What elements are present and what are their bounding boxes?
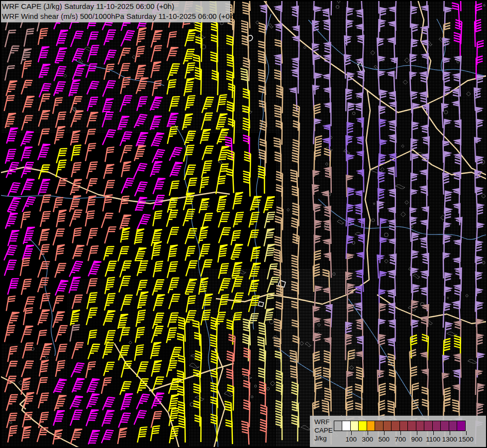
wind-barb [104,245,114,262]
wind-barb [249,261,261,281]
terrain-contour [305,342,311,347]
wind-barb [21,79,33,97]
wind-barb [87,111,98,129]
wind-barb [356,103,362,127]
legend-label-line: J/kg [314,435,333,443]
terrain-contour [333,273,335,275]
wind-barb [168,244,178,263]
wind-barb [38,276,49,294]
wind-barb [201,309,211,327]
wind-barb [219,226,231,245]
legend-tick [466,431,467,435]
wind-barb [102,111,113,129]
wind-barb [314,250,321,276]
wind-barb [185,28,196,48]
wind-barb [240,68,248,95]
terrain-contour [395,185,405,189]
wind-barb [23,95,35,114]
terrain-contour [267,387,270,390]
wind-barb [118,114,129,132]
river [0,195,175,201]
wind-barb [170,146,183,164]
wind-barb [445,323,452,344]
wind-barb [54,394,66,413]
wind-barb [168,276,179,295]
legend-label-line: WRF [314,418,333,427]
wind-barb [153,311,164,331]
wind-barb [39,359,49,377]
legend-tick [433,431,434,435]
terrain-contour [287,209,290,212]
wind-barb [71,427,82,446]
wind-barb [6,79,17,98]
wind-barb [454,204,460,225]
wind-barb [135,344,144,362]
wind-barb [169,407,179,427]
wind-barb [70,208,82,228]
wind-barb [104,225,116,245]
wind-barb [71,309,80,327]
wind-barb [211,70,218,95]
wind-barb [71,144,81,162]
wind-barb [38,392,49,410]
wind-barb [21,359,34,379]
wind-barb [86,142,96,162]
wind-barb [121,176,134,196]
wind-barb [152,375,164,394]
wind-barb [151,359,162,378]
wind-barb [150,95,163,113]
terrain-contour [255,385,257,387]
wind-barb [137,95,148,112]
wind-barb [56,28,68,48]
wind-barb [198,225,208,244]
wind-barb [137,426,147,444]
wind-barb [105,146,114,163]
terrain-contour [270,381,275,386]
wind-barb [73,227,82,244]
wind-barb [151,425,160,442]
wind-barb [56,209,66,228]
wind-barb [121,293,133,313]
wind-barb [357,136,363,160]
wind-barb [217,94,227,113]
wind-barb [53,310,65,330]
legend-color-box [457,421,466,431]
wind-barb [5,112,16,129]
legend-color-box [334,421,343,431]
wind-barb [6,126,18,145]
terrain-contour [64,74,67,78]
wind-barb [39,63,51,80]
wind-barb [135,326,145,343]
wind-barb [259,382,266,407]
country-border [418,0,431,98]
wind-barb [21,278,32,296]
terrain-contour [336,5,339,8]
terrain-contour [385,233,389,237]
wind-barb [56,177,68,196]
wind-barb [168,125,178,145]
wind-barb [72,293,83,311]
wind-barb [201,159,212,179]
wind-barb [71,109,83,129]
wind-barb [103,360,114,378]
wind-barb [55,125,65,145]
title-overlay: WRF CAPE (J/kg) Saturday 11-10-2025 06:0… [0,0,230,22]
terrain-contour [224,391,233,396]
title-line-cape: WRF CAPE (J/kg) Saturday 11-10-2025 06:0… [2,1,230,11]
terrain-contour [352,112,355,115]
terrain-contour [372,219,375,222]
terrain-contour [371,51,375,55]
wind-barb [265,243,275,263]
wind-barb [101,428,114,446]
terrain-contour [444,111,448,114]
wind-barb [38,109,50,129]
wind-barb [120,326,130,343]
wind-barb [202,96,214,115]
wind-barb [103,309,115,328]
wind-barb [72,341,84,361]
wind-barb [21,160,34,180]
wind-barb [119,274,131,294]
wind-barb [218,277,231,296]
wind-barb [73,63,86,83]
legend-color-box [407,421,416,431]
